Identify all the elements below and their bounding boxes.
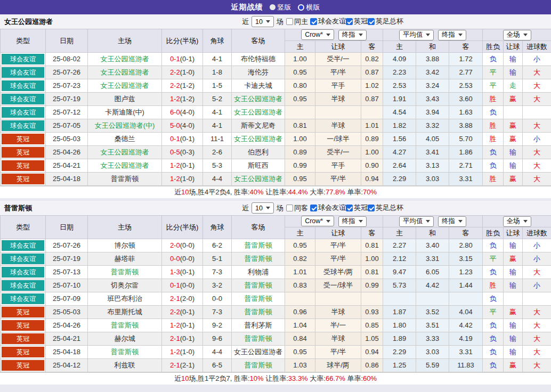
- odds-stage-select[interactable]: 终指: [338, 216, 367, 227]
- odds-stage-select[interactable]: 终指: [338, 30, 367, 40]
- handicap-cell: 平/半: [315, 173, 361, 186]
- home-odds-cell: 0.99: [285, 159, 315, 173]
- radio-icon: [270, 4, 276, 10]
- match-row: 球会友谊25-07-26博尔顿2-0(0-0)6-2普雷斯顿0.95平/半0.8…: [1, 239, 551, 252]
- goals-result-cell: 大: [523, 266, 551, 279]
- recent-results-panel: 近期战绩 竖版 横版 女王公园巡游者 近 10 场 同主: [0, 0, 551, 392]
- goals-result-cell: 大: [523, 306, 551, 319]
- handicap-cell: 平手: [315, 79, 361, 93]
- summary-text: 44.4%: [288, 188, 308, 196]
- avg-away-cell: 1.44: [449, 279, 483, 292]
- competition-filter[interactable]: 英足总杯: [368, 203, 403, 213]
- avg-source-select[interactable]: 平均值: [399, 30, 434, 40]
- match-count-select[interactable]: 10: [252, 202, 274, 214]
- away-odds-cell: 1.00: [361, 252, 383, 266]
- chevron-down-icon: [458, 220, 463, 223]
- corners-cell: 4-1: [203, 53, 232, 66]
- avg-away-cell: 3.88: [449, 119, 483, 133]
- match-row: 英冠25-05-03桑德兰0-1(0-1)11-1女王公园巡游者1.00一/球半…: [1, 133, 551, 146]
- handicap-result-cell: 输: [504, 66, 523, 79]
- league-cell: 英冠: [1, 133, 46, 146]
- away-odds-cell: 0.94: [361, 173, 383, 186]
- match-count-select[interactable]: 10: [252, 16, 274, 27]
- handicap-result-cell: 输: [504, 346, 523, 359]
- home-team-cell: 普雷斯顿: [88, 266, 162, 279]
- results-table: 类型 日期 主场 比分(半场) 角球 客场 Crow* 终指: [0, 215, 551, 372]
- handicap-result-cell: [504, 292, 523, 306]
- scope-select[interactable]: 全场: [503, 216, 531, 227]
- avg-home-cell: 2.64: [383, 159, 416, 173]
- summary-text: 近: [174, 374, 181, 382]
- home-odds-cell: 0.81: [285, 119, 315, 133]
- home-team-cell: 切奥尔雷: [88, 279, 162, 292]
- goals-result-cell: 大: [523, 93, 551, 106]
- avg-stage-select[interactable]: 终指: [438, 30, 466, 40]
- handicap-result-cell: 赢: [504, 359, 523, 372]
- checkbox-checked-icon: [368, 18, 375, 25]
- odds-company-select[interactable]: Crow*: [301, 216, 334, 226]
- goals-result-cell: 大: [523, 146, 551, 159]
- result-cell: 负: [483, 319, 504, 332]
- summary-bar: 近10场,胜4平2负4, 胜率:40% 让胜率:44.4% 大率:77.8% 单…: [0, 186, 551, 198]
- handicap-cell: [315, 292, 361, 306]
- fulltime-score: 2-2: [170, 81, 180, 89]
- layout-vertical-radio[interactable]: 竖版: [270, 3, 291, 12]
- matches-label: 场: [277, 17, 283, 27]
- competition-filter[interactable]: 英冠: [346, 203, 368, 213]
- league-badge: 球会友谊: [2, 293, 44, 304]
- same-venue-filter[interactable]: 同主: [286, 17, 308, 27]
- avg-away-cell: 3.60: [449, 93, 483, 106]
- result-cell: 负: [483, 359, 504, 372]
- league-cell: 英冠: [1, 346, 46, 359]
- chevron-down-icon: [426, 34, 430, 36]
- same-venue-filter[interactable]: 同客: [286, 203, 308, 213]
- summary-text: 70%: [363, 188, 377, 196]
- summary-text: 10: [181, 188, 189, 196]
- col-score-header: 比分(半场): [162, 216, 203, 239]
- match-row: 球会友谊25-07-23女王公园巡游者2-2(1-2)1-5卡迪夫城0.80平手…: [1, 79, 551, 93]
- date-cell: 25-08-02: [46, 53, 88, 66]
- handicap-result-cell: 赢: [504, 133, 523, 146]
- checkbox-icon: [286, 205, 293, 211]
- corners-cell: 5-3: [203, 159, 232, 173]
- league-cell: 球会友谊: [1, 106, 46, 119]
- goals-result-cell: 大: [523, 79, 551, 93]
- match-row: 球会友谊25-07-05女王公园巡游者(中)5-0(4-0)4-1斯蒂文尼奇0.…: [1, 119, 551, 133]
- avg-away-cell: 3.31: [449, 173, 483, 186]
- fulltime-score: 5-0: [170, 121, 180, 129]
- handicap-result-cell: 输: [504, 319, 523, 332]
- handicap-result-cell: 输: [504, 53, 523, 66]
- competition-filter[interactable]: 球会友谊: [310, 17, 346, 26]
- competition-label: 球会友谊: [318, 17, 346, 26]
- odds-company-select[interactable]: Crow*: [301, 29, 334, 40]
- scope-select[interactable]: 全场: [503, 30, 531, 40]
- away-odds-cell: 0.90: [361, 159, 383, 173]
- competition-filter[interactable]: 英冠: [346, 17, 368, 26]
- corners-cell: 6-2: [203, 239, 232, 252]
- home-team-cell: 图卢兹: [88, 93, 162, 106]
- result-cell: 平: [483, 79, 504, 93]
- handicap-cell: 平/半: [315, 346, 361, 359]
- date-cell: 25-07-23: [46, 79, 88, 93]
- handicap-result-cell: 赢: [504, 119, 523, 133]
- handicap-cell: [315, 106, 361, 119]
- league-cell: 英冠: [1, 319, 46, 332]
- avg-stage-select[interactable]: 终指: [438, 216, 466, 227]
- layout-horizontal-radio[interactable]: 横版: [298, 3, 320, 12]
- handicap-result-cell: 输: [504, 332, 523, 346]
- competition-label: 英足总杯: [376, 17, 403, 26]
- avg-group-header: 平均值 终指: [383, 29, 483, 41]
- fulltime-score: 1-2: [170, 321, 180, 329]
- away-team-cell: 斯旺西: [232, 159, 285, 173]
- avg-source-select[interactable]: 平均值: [399, 216, 434, 227]
- col-date-header: 日期: [46, 29, 88, 53]
- home-team-cell: 赫尔城: [88, 332, 162, 346]
- avg-home-cell: 1.82: [383, 119, 416, 133]
- competition-filter[interactable]: 球会友谊: [310, 203, 346, 213]
- goals-result-cell: 大: [523, 359, 551, 372]
- competition-filter[interactable]: 英足总杯: [368, 17, 403, 26]
- score-cell: 0-1(0-0): [162, 279, 203, 292]
- home-team-cell: 博尔顿: [88, 239, 162, 252]
- match-row: 球会友谊25-07-19赫塔菲0-0(0-0)5-1普雷斯顿0.82平/半1.0…: [1, 252, 551, 266]
- summary-text: 单率:: [345, 188, 363, 196]
